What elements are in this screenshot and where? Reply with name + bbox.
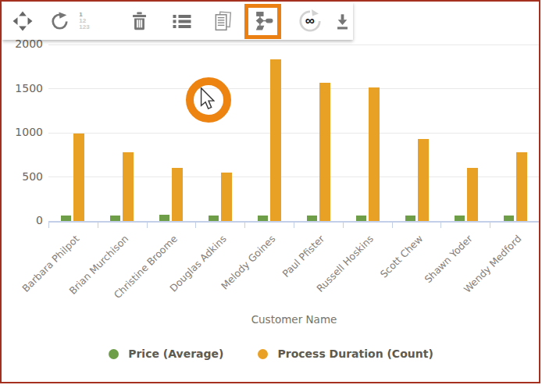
legend-label: Process Duration (Count) bbox=[277, 347, 433, 360]
bar-group bbox=[98, 45, 147, 221]
download-icon bbox=[333, 12, 352, 31]
trash-icon bbox=[130, 11, 149, 31]
bar-duration[interactable] bbox=[172, 168, 183, 221]
flowchart-icon bbox=[252, 11, 273, 31]
bar-duration[interactable] bbox=[73, 134, 84, 221]
legend-item[interactable]: Process Duration (Count) bbox=[258, 347, 433, 360]
move-button[interactable] bbox=[12, 5, 33, 37]
bar-price[interactable] bbox=[258, 216, 268, 221]
number-format-icon: 1 12 123 bbox=[79, 12, 98, 30]
bar-price[interactable] bbox=[504, 216, 514, 221]
legend-dot bbox=[109, 349, 119, 359]
list-view-button[interactable] bbox=[171, 5, 193, 37]
bar-group bbox=[294, 45, 344, 221]
bar-group bbox=[147, 45, 196, 221]
move-icon bbox=[12, 11, 33, 31]
bar-duration[interactable] bbox=[369, 87, 380, 221]
x-axis-ticks bbox=[48, 221, 540, 228]
y-tick-label: 0 bbox=[36, 214, 43, 226]
y-axis-labels: 0500100015002000 bbox=[0, 45, 45, 221]
x-axis-labels: Barbara PhilpotBrian MurchisonChristine … bbox=[48, 228, 540, 306]
list-icon bbox=[171, 12, 193, 30]
document-copy-icon bbox=[212, 11, 233, 32]
legend-dot bbox=[258, 349, 268, 359]
chart-legend: Price (Average)Process Duration (Count) bbox=[0, 347, 542, 360]
bar-price[interactable] bbox=[209, 216, 219, 221]
legend-label: Price (Average) bbox=[128, 347, 223, 360]
bar-groups bbox=[48, 45, 540, 221]
infinity-loop-icon: ∞ bbox=[298, 9, 322, 33]
x-axis-title: Customer Name bbox=[48, 313, 540, 326]
process-flow-button[interactable] bbox=[251, 5, 273, 37]
bar-duration[interactable] bbox=[123, 152, 134, 221]
bar-price[interactable] bbox=[455, 216, 465, 221]
bar-duration[interactable] bbox=[516, 152, 527, 221]
y-tick-label: 1500 bbox=[15, 82, 43, 94]
bar-group bbox=[490, 45, 540, 221]
bar-group bbox=[196, 45, 245, 221]
y-tick-label: 1000 bbox=[15, 126, 43, 138]
bar-price[interactable] bbox=[405, 216, 415, 221]
bar-price[interactable] bbox=[110, 216, 120, 221]
process-flow-highlight-box bbox=[244, 4, 281, 39]
download-button[interactable] bbox=[333, 5, 353, 37]
refresh-icon bbox=[50, 12, 70, 31]
bar-duration[interactable] bbox=[221, 173, 232, 221]
chart-toolbar: 1 12 123 bbox=[2, 2, 353, 40]
report-view-button[interactable] bbox=[212, 5, 233, 37]
bar-price[interactable] bbox=[159, 215, 169, 221]
bar-price[interactable] bbox=[307, 216, 317, 221]
bar-group bbox=[343, 45, 392, 221]
plot-area bbox=[48, 45, 540, 221]
bar-duration[interactable] bbox=[270, 59, 281, 221]
bar-duration[interactable] bbox=[418, 139, 429, 221]
delete-button[interactable] bbox=[129, 5, 149, 37]
bar-price[interactable] bbox=[356, 216, 366, 221]
number-format-button[interactable]: 1 12 123 bbox=[79, 5, 98, 37]
legend-item[interactable]: Price (Average) bbox=[109, 347, 223, 360]
bar-duration[interactable] bbox=[467, 168, 478, 221]
loop-button[interactable]: ∞ bbox=[298, 5, 322, 37]
refresh-button[interactable] bbox=[49, 5, 70, 37]
bar-group bbox=[392, 45, 441, 221]
bar-group bbox=[441, 45, 490, 221]
bar-duration[interactable] bbox=[319, 83, 330, 221]
bar-group bbox=[48, 45, 98, 221]
bar-price[interactable] bbox=[61, 216, 71, 221]
bar-group bbox=[245, 45, 294, 221]
y-tick-label: 500 bbox=[22, 170, 43, 183]
mouse-cursor bbox=[200, 87, 215, 113]
